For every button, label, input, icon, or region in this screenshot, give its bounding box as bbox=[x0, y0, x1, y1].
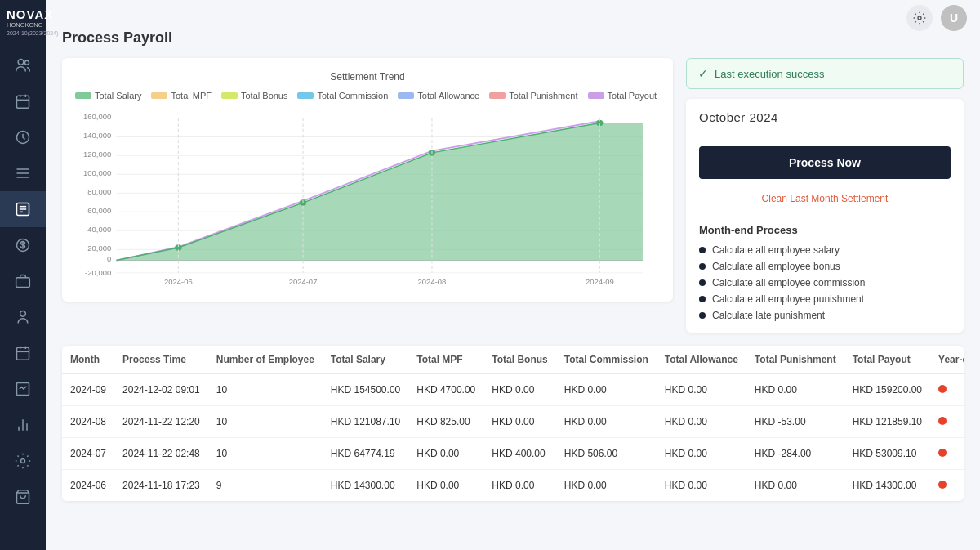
sidebar-item-employees[interactable] bbox=[0, 47, 46, 83]
col-year-end: Year-end Process bbox=[930, 346, 964, 374]
cell-process-time: 2024-11-22 02:48 bbox=[114, 438, 208, 470]
svg-rect-16 bbox=[16, 278, 30, 288]
sidebar-item-dollar[interactable] bbox=[0, 227, 46, 263]
svg-text:140,000: 140,000 bbox=[83, 132, 111, 141]
sidebar-item-clock[interactable] bbox=[0, 119, 46, 155]
svg-text:80,000: 80,000 bbox=[87, 189, 111, 197]
table-row: 2024-06 2024-11-18 17:23 9 HKD 14300.00 … bbox=[62, 470, 964, 502]
table-row: 2024-07 2024-11-22 02:48 10 HKD 64774.19… bbox=[62, 438, 964, 470]
month-end-section: Month-end Process Calculate all employee… bbox=[686, 214, 964, 333]
sidebar-item-people2[interactable] bbox=[0, 299, 46, 335]
legend-label-mpf: Total MPF bbox=[171, 91, 212, 101]
cell-total-commission: HKD 506.00 bbox=[556, 438, 657, 470]
cell-employees: 9 bbox=[208, 470, 323, 502]
svg-text:40,000: 40,000 bbox=[87, 226, 111, 235]
cell-total-mpf: HKD 0.00 bbox=[408, 438, 483, 470]
chart-title: Settlement Trend bbox=[75, 71, 660, 83]
sidebar-item-report[interactable] bbox=[0, 371, 46, 407]
svg-point-32 bbox=[918, 16, 921, 20]
step-late: Calculate late punishment bbox=[699, 310, 951, 321]
legend-label-commission: Total Commission bbox=[317, 91, 388, 101]
cell-total-allowance: HKD 0.00 bbox=[657, 438, 746, 470]
step-commission: Calculate all employee commission bbox=[699, 277, 951, 288]
svg-text:120,000: 120,000 bbox=[83, 151, 111, 159]
chart-area: 160,000 140,000 120,000 100,000 80,000 6… bbox=[75, 109, 660, 288]
clean-link-container: Clean Last Month Settlement bbox=[686, 189, 964, 214]
col-total-mpf: Total MPF bbox=[408, 346, 483, 374]
step-label-commission: Calculate all employee commission bbox=[712, 277, 865, 288]
sidebar-item-calendar[interactable] bbox=[0, 83, 46, 119]
user-avatar[interactable]: U bbox=[941, 5, 967, 31]
topbar: U bbox=[906, 0, 980, 36]
cell-employees: 10 bbox=[208, 374, 323, 406]
cell-total-payout: HKD 14300.00 bbox=[844, 470, 930, 502]
table-row: 2024-09 2024-12-02 09:01 10 HKD 154500.0… bbox=[62, 374, 964, 406]
table-body: 2024-09 2024-12-02 09:01 10 HKD 154500.0… bbox=[62, 374, 964, 502]
cell-total-mpf: HKD 825.00 bbox=[408, 406, 483, 438]
svg-text:160,000: 160,000 bbox=[83, 114, 111, 122]
table-row: 2024-08 2024-11-22 12:20 10 HKD 121087.1… bbox=[62, 406, 964, 438]
col-total-payout: Total Payout bbox=[844, 346, 930, 374]
cell-employees: 10 bbox=[208, 438, 323, 470]
check-icon: ✓ bbox=[698, 67, 708, 80]
payroll-table: Month Process Time Number of Employee To… bbox=[62, 346, 964, 501]
cell-year-end bbox=[930, 438, 964, 470]
cell-total-commission: HKD 0.00 bbox=[556, 406, 657, 438]
sidebar-item-list[interactable] bbox=[0, 155, 46, 191]
cell-total-punishment: HKD -284.00 bbox=[746, 438, 844, 470]
sidebar-nav bbox=[0, 47, 46, 515]
svg-point-0 bbox=[18, 60, 24, 65]
cell-total-mpf: HKD 4700.00 bbox=[408, 374, 483, 406]
cell-month: 2024-06 bbox=[62, 470, 114, 502]
sidebar-item-payroll[interactable] bbox=[0, 191, 46, 227]
col-month: Month bbox=[62, 346, 114, 374]
cell-month: 2024-09 bbox=[62, 374, 114, 406]
cell-total-mpf: HKD 0.00 bbox=[408, 470, 483, 502]
step-label-bonus: Calculate all employee bonus bbox=[712, 261, 840, 272]
svg-text:2024-09: 2024-09 bbox=[586, 279, 614, 287]
step-dot-salary bbox=[699, 247, 706, 253]
col-employees: Number of Employee bbox=[208, 346, 323, 374]
step-dot-commission bbox=[699, 279, 706, 286]
legend-dot-mpf bbox=[151, 92, 167, 99]
chart-legend: Total Salary Total MPF Total Bonus Total… bbox=[75, 91, 660, 101]
step-salary: Calculate all employee salary bbox=[699, 244, 951, 256]
cell-process-time: 2024-11-22 12:20 bbox=[114, 406, 208, 438]
step-dot-late bbox=[699, 312, 706, 319]
cell-process-time: 2024-11-18 17:23 bbox=[114, 470, 208, 502]
svg-text:2024-06: 2024-06 bbox=[164, 279, 193, 287]
sidebar-item-briefcase[interactable] bbox=[0, 263, 46, 299]
table-header-row: Month Process Time Number of Employee To… bbox=[62, 346, 964, 374]
right-panel: ✓ Last execution success October 2024 Pr… bbox=[686, 58, 964, 333]
process-month-label: October 2024 bbox=[686, 99, 964, 136]
cell-total-payout: HKD 159200.00 bbox=[844, 374, 930, 406]
svg-point-18 bbox=[20, 311, 26, 317]
legend-dot-punishment bbox=[489, 92, 506, 99]
svg-text:2024-07: 2024-07 bbox=[289, 279, 318, 287]
legend-label-punishment: Total Punishment bbox=[509, 91, 577, 101]
clean-last-month-link[interactable]: Clean Last Month Settlement bbox=[762, 193, 889, 204]
sidebar: NOVAX HONGKONG 2024-10(2023/2024) bbox=[0, 0, 46, 550]
sidebar-item-settings[interactable] bbox=[0, 443, 46, 479]
cell-total-allowance: HKD 0.00 bbox=[657, 374, 746, 406]
sidebar-item-chart[interactable] bbox=[0, 407, 46, 443]
process-now-button[interactable]: Process Now bbox=[699, 146, 951, 179]
svg-text:60,000: 60,000 bbox=[87, 208, 111, 216]
sidebar-item-shop[interactable] bbox=[0, 479, 46, 515]
legend-total-bonus: Total Bonus bbox=[221, 91, 287, 101]
cell-month: 2024-08 bbox=[62, 406, 114, 438]
sidebar-item-calendar2[interactable] bbox=[0, 335, 46, 371]
year-end-dot bbox=[938, 449, 947, 457]
cell-total-bonus: HKD 0.00 bbox=[483, 470, 555, 502]
settings-icon[interactable] bbox=[906, 5, 933, 31]
cell-total-commission: HKD 0.00 bbox=[556, 470, 657, 502]
legend-label-bonus: Total Bonus bbox=[241, 91, 287, 101]
year-end-dot bbox=[938, 417, 947, 425]
legend-total-commission: Total Commission bbox=[297, 91, 388, 101]
step-punishment: Calculate all employee punishment bbox=[699, 293, 951, 305]
cell-total-salary: HKD 154500.00 bbox=[323, 374, 408, 406]
cell-year-end bbox=[930, 374, 964, 406]
cell-total-punishment: HKD 0.00 bbox=[746, 470, 844, 502]
step-bonus: Calculate all employee bonus bbox=[699, 261, 951, 272]
legend-label-payout: Total Payout bbox=[608, 91, 657, 101]
